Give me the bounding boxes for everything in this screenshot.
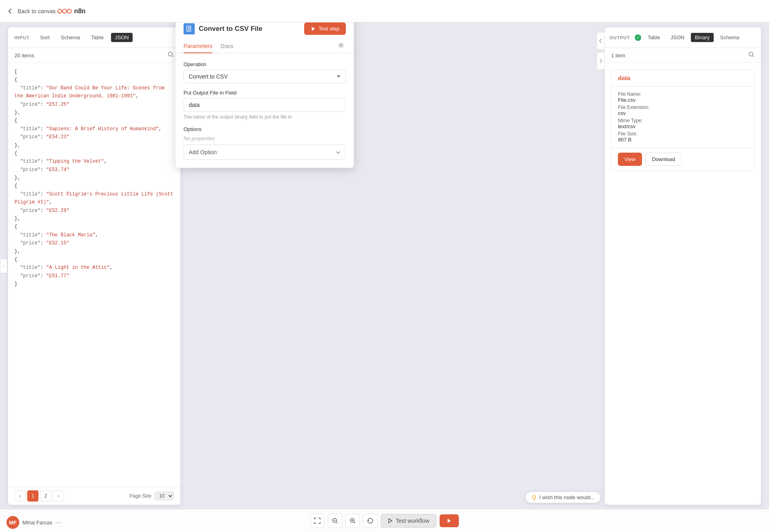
- put-output-label: Put Output File in Field: [184, 90, 346, 96]
- right-search-button[interactable]: [748, 51, 755, 59]
- operation-label: Operation: [184, 61, 346, 67]
- options-section: Options No properties Add Option: [184, 126, 346, 160]
- mime-type-value: text/csv: [618, 123, 748, 129]
- fullscreen-button[interactable]: [310, 514, 325, 528]
- file-ext-value: csv: [618, 110, 748, 116]
- right-panel-expand-button[interactable]: [597, 52, 605, 70]
- binary-tab-right[interactable]: Binary: [691, 33, 714, 42]
- user-initials: MF: [9, 520, 17, 526]
- pagination: ‹ 1 2 ›: [14, 490, 64, 502]
- back-arrow-icon: [6, 7, 14, 15]
- csv-icon: [184, 23, 195, 34]
- schema-tab-right[interactable]: Schema: [716, 33, 743, 42]
- zoom-in-button[interactable]: [345, 514, 360, 528]
- right-panel: OUTPUT ✓ Table JSON Binary Schema 1 item…: [605, 27, 761, 505]
- prev-page-button[interactable]: ‹: [14, 490, 26, 502]
- parameters-tab[interactable]: Parameters: [184, 40, 212, 53]
- modal-tabs: Parameters Docs: [176, 40, 354, 53]
- file-ext-row: File Extension: csv: [618, 105, 748, 116]
- data-card-header: data: [612, 70, 754, 87]
- data-card: data File Name: File.csv File Extension:…: [611, 69, 755, 171]
- svg-point-2: [67, 9, 71, 13]
- svg-point-13: [749, 52, 753, 56]
- test-workflow-button[interactable]: Test workflow: [381, 514, 436, 528]
- docs-tab[interactable]: Docs: [220, 40, 233, 53]
- file-name-row: File Name: File.csv: [618, 91, 748, 103]
- json-content: [ { "title": "Our Band Could Be Your Lif…: [8, 63, 180, 487]
- next-page-button[interactable]: ›: [53, 490, 64, 502]
- file-size-row: File Size: 907 B: [618, 131, 748, 143]
- sort-tab[interactable]: Sort: [36, 33, 54, 42]
- right-panel-subheader: 1 item: [605, 48, 761, 63]
- svg-line-14: [753, 56, 754, 57]
- output-label: OUTPUT: [610, 35, 630, 40]
- options-label: Options: [184, 126, 346, 132]
- right-panel-collapse-button[interactable]: [597, 32, 605, 50]
- mime-type-key: Mime Type:: [618, 118, 748, 123]
- ai-wish-button[interactable]: I wish this node would...: [525, 492, 601, 503]
- search-button[interactable]: [168, 51, 174, 59]
- zoom-out-button[interactable]: [328, 514, 342, 528]
- left-panel: INPUT Sort Schema Table JSON 20 items [ …: [8, 27, 180, 505]
- download-button[interactable]: Download: [645, 153, 682, 166]
- put-output-field: Put Output File in Field The name of the…: [184, 90, 346, 120]
- convert-csv-modal: Convert to CSV File Test step Parameters…: [176, 11, 354, 168]
- file-size-value: 907 B: [618, 137, 748, 143]
- add-option-button[interactable]: Add Option: [184, 145, 346, 160]
- operation-select[interactable]: Convert to CSV: [184, 70, 346, 83]
- test-step-label: Test step: [319, 26, 339, 32]
- back-label: Back to canvas: [18, 8, 56, 14]
- operation-field: Operation Convert to CSV: [184, 61, 346, 83]
- page-2-button[interactable]: 2: [40, 490, 51, 502]
- modal-title: Convert to CSV File: [184, 23, 262, 34]
- right-panel-body: data File Name: File.csv File Extension:…: [605, 63, 761, 505]
- put-output-input[interactable]: [184, 98, 346, 112]
- table-tab-right[interactable]: Table: [644, 33, 664, 42]
- n8n-logo-icon: [57, 7, 72, 16]
- json-tab-left[interactable]: JSON: [111, 33, 133, 42]
- svg-line-24: [354, 522, 355, 523]
- file-size-key: File Size:: [618, 131, 748, 137]
- json-tab-right[interactable]: JSON: [666, 33, 688, 42]
- svg-line-20: [336, 522, 337, 523]
- items-count: 20 items: [14, 52, 34, 58]
- page-1-button[interactable]: 1: [27, 490, 38, 502]
- add-option-chevron-icon: [336, 149, 341, 155]
- input-label: INPUT: [14, 35, 30, 40]
- bottom-toolbar: MF Mihai Farcas ⋯ Test w: [0, 510, 769, 532]
- n8n-logo: n8n: [57, 7, 85, 16]
- mime-type-row: Mime Type: text/csv: [618, 118, 748, 129]
- svg-point-12: [340, 44, 342, 46]
- execute-icon: [446, 518, 452, 524]
- left-panel-subheader: 20 items: [8, 48, 180, 63]
- logo-text: n8n: [74, 8, 85, 15]
- view-button[interactable]: View: [618, 153, 642, 166]
- top-bar: Back to canvas n8n: [0, 0, 769, 22]
- no-properties-text: No properties: [184, 135, 346, 141]
- put-output-hint: The name of the output binary field to p…: [184, 114, 346, 120]
- page-size-label: Page Size: [129, 493, 151, 499]
- left-panel-footer: ‹ 1 2 › Page Size 10 25 50: [8, 487, 180, 505]
- file-name-key: File Name:: [618, 91, 748, 97]
- user-name: Mihai Farcas: [22, 520, 52, 526]
- user-section: MF Mihai Farcas ⋯: [6, 516, 62, 529]
- back-to-canvas-link[interactable]: Back to canvas: [6, 7, 56, 15]
- play-icon: [388, 518, 393, 524]
- reset-button[interactable]: [363, 514, 377, 528]
- settings-button[interactable]: [336, 40, 346, 52]
- file-name-value: File.csv: [618, 97, 748, 103]
- right-panel-header: OUTPUT ✓ Table JSON Binary Schema: [605, 27, 761, 48]
- schema-tab[interactable]: Schema: [57, 33, 84, 42]
- svg-marker-25: [389, 519, 392, 523]
- svg-line-6: [172, 56, 173, 57]
- file-ext-key: File Extension:: [618, 105, 748, 110]
- up-arrow-button[interactable]: ↑: [0, 259, 7, 273]
- execute-button[interactable]: [440, 514, 459, 527]
- page-size-select[interactable]: 10 25 50: [155, 492, 174, 500]
- svg-point-15: [533, 496, 536, 499]
- table-tab-left[interactable]: Table: [87, 33, 108, 42]
- success-indicator: ✓: [635, 34, 641, 41]
- ai-wish-label: I wish this node would...: [539, 494, 595, 500]
- user-menu-button[interactable]: ⋯: [55, 519, 62, 526]
- test-step-button[interactable]: Test step: [304, 22, 346, 35]
